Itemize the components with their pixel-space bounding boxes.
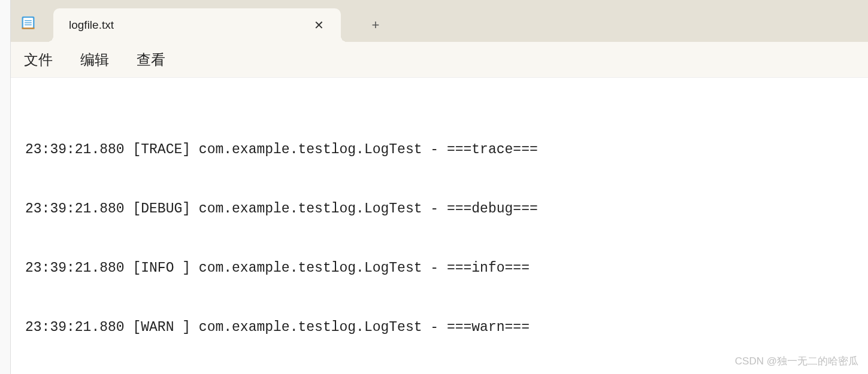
log-line: 23:39:21.880 [WARN ] com.example.testlog… xyxy=(25,318,868,337)
menu-file[interactable]: 文件 xyxy=(23,47,54,72)
text-content-area[interactable]: 23:39:21.880 [TRACE] com.example.testlog… xyxy=(11,78,868,374)
log-line: 23:39:21.880 [TRACE] com.example.testlog… xyxy=(25,140,868,160)
menu-view[interactable]: 查看 xyxy=(135,47,167,72)
menu-edit[interactable]: 编辑 xyxy=(79,47,110,72)
tabs-bar: logfile.txt ✕ + xyxy=(11,0,868,42)
active-tab[interactable]: logfile.txt ✕ xyxy=(53,8,341,42)
log-line: 23:39:21.880 [DEBUG] com.example.testlog… xyxy=(25,199,868,219)
watermark: CSDN @独一无二的哈密瓜 xyxy=(735,354,858,368)
editor-left-sliver xyxy=(0,0,11,374)
notepad-window: logfile.txt ✕ + 文件 编辑 查看 23:39:21.880 [T… xyxy=(11,0,868,374)
svg-rect-5 xyxy=(22,28,35,29)
notepad-app-icon xyxy=(20,14,37,31)
tab-title: logfile.txt xyxy=(69,19,310,32)
close-tab-button[interactable]: ✕ xyxy=(310,16,328,34)
log-line: 23:39:21.880 [INFO ] com.example.testlog… xyxy=(25,259,868,278)
new-tab-button[interactable]: + xyxy=(364,13,388,37)
menu-bar: 文件 编辑 查看 xyxy=(11,42,868,78)
